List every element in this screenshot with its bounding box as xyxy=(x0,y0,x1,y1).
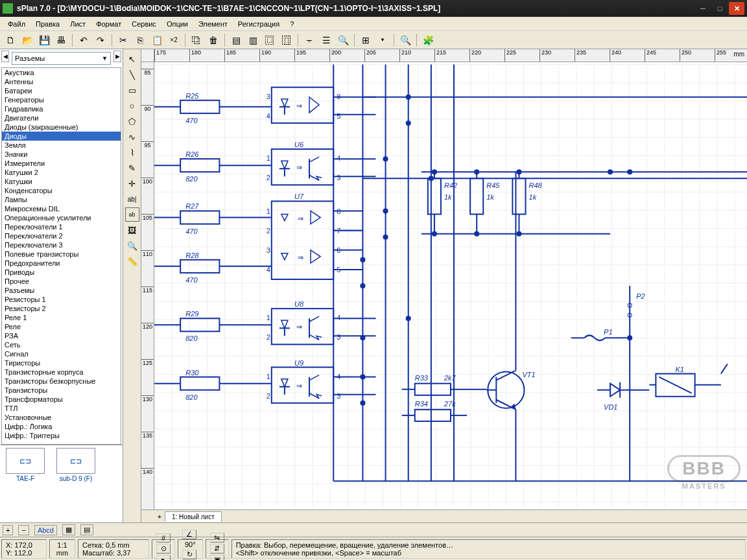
list-item[interactable]: Реле xyxy=(2,322,121,331)
freehand-tool[interactable]: ✎ xyxy=(125,161,139,175)
close-button[interactable]: ✕ xyxy=(729,2,744,15)
minus-button[interactable]: − xyxy=(18,525,29,535)
schematic-canvas[interactable]: R25470R26820R27470R28470R29820R308203485… xyxy=(154,62,747,509)
flip-v-icon[interactable]: ⇵ xyxy=(210,544,224,554)
menu-item[interactable]: Файл xyxy=(3,19,30,29)
minimize-button[interactable]: ─ xyxy=(695,2,711,15)
list-item[interactable]: Переключатели 3 xyxy=(2,240,121,250)
layer-btn-2[interactable]: ▤ xyxy=(80,524,93,535)
list-icon[interactable]: ☰ xyxy=(318,32,334,48)
circle-tool[interactable]: ○ xyxy=(125,99,139,113)
lib-prev-button[interactable]: ◀ xyxy=(1,51,9,62)
list-item[interactable]: Резисторы 1 xyxy=(2,295,121,304)
list-item[interactable]: Установочные xyxy=(2,413,121,422)
menu-item[interactable]: Регистрация xyxy=(233,19,285,29)
menu-item[interactable]: Правка xyxy=(30,19,65,29)
list-item[interactable]: Земля xyxy=(2,141,121,150)
list-item[interactable]: Двигатели xyxy=(2,113,121,122)
plus-button[interactable]: + xyxy=(3,525,13,535)
rect-tool[interactable]: ▭ xyxy=(125,83,139,97)
list-item[interactable]: Транзисторы безкорпусные xyxy=(2,377,121,386)
list-item[interactable]: Сеть xyxy=(2,340,121,349)
open-icon[interactable]: 📂 xyxy=(19,32,35,48)
spline-tool[interactable]: ∿ xyxy=(125,130,139,144)
list-item[interactable]: Сигнал xyxy=(2,349,121,358)
rotate-icon[interactable]: ↻ xyxy=(182,550,196,559)
list-item[interactable]: Конденсаторы xyxy=(2,186,121,195)
save-icon[interactable]: 💾 xyxy=(36,32,52,48)
menu-item[interactable]: Элемент xyxy=(193,19,233,29)
list-item[interactable]: Акустика xyxy=(2,68,121,77)
zoom-fit-icon[interactable]: 🔍 xyxy=(397,32,413,48)
new-icon[interactable]: 🗋 xyxy=(3,32,18,48)
poly-tool[interactable]: ⬠ xyxy=(125,114,139,128)
list-item[interactable]: Диоды xyxy=(2,132,121,141)
zoom-tool[interactable]: 🔍 xyxy=(125,239,139,253)
redo-icon[interactable]: ↷ xyxy=(93,32,108,48)
list-item[interactable]: Батареи xyxy=(2,86,121,95)
tofront-icon[interactable]: ▤ xyxy=(228,32,244,48)
layer-btn-1[interactable]: ▦ xyxy=(62,524,75,535)
paste2-icon[interactable]: ×2 xyxy=(166,32,182,48)
abcd-button[interactable]: Abcd xyxy=(34,525,57,535)
plugin-icon[interactable]: 🧩 xyxy=(420,32,436,48)
line-tool[interactable]: ╲ xyxy=(125,67,139,82)
list-item[interactable]: Переключатели 1 xyxy=(2,222,121,231)
list-item[interactable]: Прочее xyxy=(2,277,121,286)
add-sheet-button[interactable]: + xyxy=(154,513,165,520)
mirror-icon[interactable]: ▣ xyxy=(210,555,224,560)
text-tool[interactable]: ab| xyxy=(125,192,139,206)
dup-icon[interactable]: ⿻ xyxy=(189,32,204,48)
node-tool[interactable]: ✛ xyxy=(125,176,139,191)
snap-grid-icon[interactable]: # xyxy=(156,533,171,542)
image-tool[interactable]: 🖼 xyxy=(125,223,139,237)
list-item[interactable]: Приводы xyxy=(2,268,121,277)
menu-item[interactable]: ? xyxy=(285,19,299,29)
preview-item[interactable]: ⊏⊐TAE-F xyxy=(3,448,48,482)
list-item[interactable]: Антенны xyxy=(2,77,121,86)
list-item[interactable]: Реле 1 xyxy=(2,313,121,322)
list-item[interactable]: Транзисторные корпуса xyxy=(2,368,121,377)
list-item[interactable]: Трансформаторы xyxy=(2,395,121,404)
sheet-tab[interactable]: 1: Новый лист xyxy=(165,511,222,522)
list-item[interactable]: Значки xyxy=(2,150,121,159)
maximize-button[interactable]: □ xyxy=(712,2,728,15)
ungroup-icon[interactable]: ⿵ xyxy=(279,32,294,48)
preview-item[interactable]: ⊏⊐sub-D 9 (F) xyxy=(53,448,99,482)
print-icon[interactable]: 🖶 xyxy=(53,32,69,48)
bezier-tool[interactable]: ⌇ xyxy=(125,145,139,159)
category-list[interactable]: АкустикаАнтенныБатареиГенераторыГидравли… xyxy=(1,67,121,445)
list-item[interactable]: Переключатели 2 xyxy=(2,231,121,240)
grid-dd-icon[interactable]: ▼ xyxy=(375,32,390,48)
align-icon[interactable]: ⫟ xyxy=(302,32,317,48)
list-item[interactable]: Цифр.: Логика xyxy=(2,422,121,431)
list-item[interactable]: Операционные усилители xyxy=(2,213,121,222)
list-item[interactable]: Разъемы xyxy=(2,286,121,295)
list-item[interactable]: Микросхемы DIL xyxy=(2,204,121,213)
menu-item[interactable]: Лист xyxy=(65,19,91,29)
toback-icon[interactable]: ▥ xyxy=(245,32,261,48)
list-item[interactable]: Резисторы 2 xyxy=(2,304,121,313)
list-item[interactable]: Транзисторы xyxy=(2,386,121,395)
undo-icon[interactable]: ↶ xyxy=(76,32,91,48)
list-item[interactable]: Измерители xyxy=(2,159,121,168)
list-item[interactable]: Тиристоры xyxy=(2,358,121,368)
category-combo[interactable]: Разъемы ▼ xyxy=(12,52,111,65)
list-item[interactable]: РЗА xyxy=(2,331,121,340)
menu-item[interactable]: Формат xyxy=(91,19,126,29)
list-item[interactable]: Предохранители xyxy=(2,259,121,268)
paste-icon[interactable]: 📋 xyxy=(149,32,165,48)
cursor-tool[interactable]: ↖ xyxy=(125,52,139,66)
snap-point-icon[interactable]: ⊙ xyxy=(156,544,171,554)
list-item[interactable]: Катушки 2 xyxy=(2,168,121,177)
list-item[interactable]: Полевые транзисторы xyxy=(2,250,121,259)
list-item[interactable]: Лампы xyxy=(2,195,121,204)
snap-ortho-icon[interactable]: ┓ xyxy=(156,555,171,561)
list-item[interactable]: ТТЛ xyxy=(2,404,121,413)
group-icon[interactable]: ⿴ xyxy=(262,32,278,48)
list-item[interactable]: Генераторы xyxy=(2,95,121,104)
angle-icon[interactable]: ∠ xyxy=(182,530,196,539)
list-item[interactable]: Гидравлика xyxy=(2,104,121,113)
list-item[interactable]: Катушки xyxy=(2,177,121,186)
menu-item[interactable]: Сервис xyxy=(126,19,161,29)
